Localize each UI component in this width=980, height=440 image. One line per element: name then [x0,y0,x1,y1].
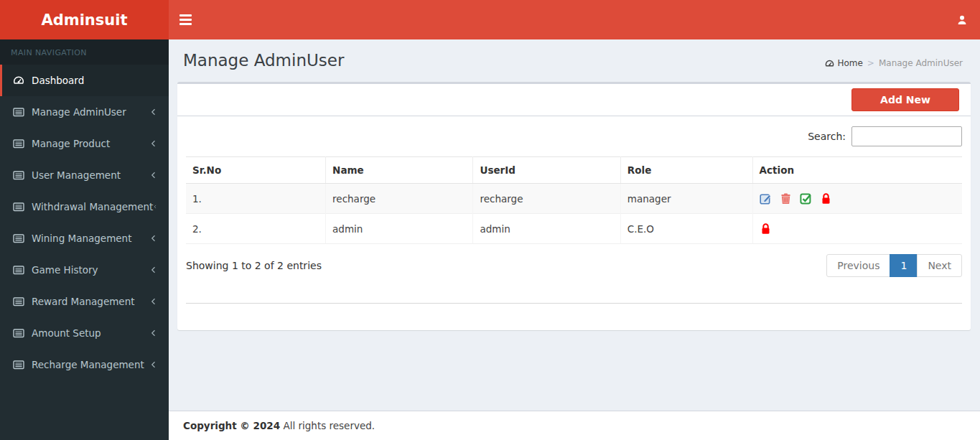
lock-action-button[interactable] [820,192,832,205]
sidebar-item-withdrawal-management[interactable]: Withdrawal Management [0,191,169,223]
sidebar-item-label: Dashboard [32,75,158,86]
main-header: Adminsuit [0,0,980,39]
pagination: Previous 1 Next [827,254,962,277]
pagination-next-button[interactable]: Next [917,254,962,277]
tachometer-icon [13,75,24,86]
cell-userid: admin [473,214,620,244]
cell-userid: recharge [473,184,620,214]
sidebar-item-label: Game History [32,264,149,276]
row-actions [760,223,956,235]
sidebar-item-user-management[interactable]: User Management [0,159,169,191]
table-header-row: Sr.No Name UserId Role Action [186,157,962,184]
edit-action-button[interactable] [760,192,772,205]
dashboard-icon [825,59,834,68]
chevron-left-icon [149,108,158,116]
sidebar-toggle-button[interactable] [169,0,202,39]
column-header-action[interactable]: Action [752,157,962,184]
sidebar-item-recharge-management[interactable]: Recharge Management [0,349,169,380]
breadcrumb: Home > Manage AdminUser [825,58,963,68]
table-footer: Showing 1 to 2 of 2 entries Previous 1 N… [186,254,962,277]
edit-icon [760,192,772,205]
lock-icon [820,192,832,205]
entries-info: Showing 1 to 2 of 2 entries [186,260,322,271]
search-row: Search: [186,126,962,146]
sidebar-item-label: Withdrawal Management [32,201,153,212]
box-header: Add New [177,84,971,116]
list-icon [13,296,24,307]
breadcrumb-home-label: Home [837,58,862,68]
footer-text: All rights reserved. [283,420,375,431]
search-input[interactable] [851,126,962,146]
chevron-left-icon [153,202,158,211]
sidebar-item-label: Amount Setup [32,327,149,339]
lock-action-button[interactable] [760,223,772,235]
chevron-left-icon [149,139,158,148]
sidebar-item-label: Wining Management [32,233,149,244]
manage-adminuser-box: Add New Search: Sr.No Name UserI [177,82,971,330]
approve-action-button[interactable] [800,192,812,205]
check-square-icon [800,192,812,205]
list-icon [13,359,24,370]
cell-role: manager [620,184,752,214]
content-header: Manage AdminUser Home > Manage AdminUser [169,39,980,70]
delete-action-button[interactable] [780,192,792,205]
sidebar-item-label: User Management [32,169,149,181]
chevron-left-icon [149,360,158,369]
sidebar-section-label: MAIN NAVIGATION [0,39,169,65]
user-menu-button[interactable] [944,0,980,39]
chevron-left-icon [149,329,158,337]
sidebar-item-dashboard[interactable]: Dashboard [0,65,169,96]
list-icon [13,138,24,149]
sidebar-item-label: Manage Product [32,138,149,149]
adminuser-table: Sr.No Name UserId Role Action 1. recharg… [186,156,962,244]
footer-copyright: Copyright © 2024 [183,420,280,431]
content-wrapper: Manage AdminUser Home > Manage AdminUser [169,39,980,440]
cell-srno: 2. [186,214,326,244]
breadcrumb-home-link[interactable]: Home [825,58,862,68]
user-icon [956,14,968,26]
pagination-previous-button[interactable]: Previous [826,254,890,277]
sidebar-item-wining-management[interactable]: Wining Management [0,223,169,254]
lock-icon [760,223,772,235]
sidebar-menu: Dashboard Manage AdminUser Manage P [0,65,169,380]
chevron-left-icon [149,171,158,179]
list-icon [13,201,24,212]
list-icon [13,264,24,276]
brand-name: Adminsuit [41,11,127,29]
footer: Copyright © 2024 All rights reserved. [169,411,980,440]
cell-srno: 1. [186,184,326,214]
admin-app: Adminsuit MAIN NAVIGATION [0,0,980,440]
sidebar-item-label: Recharge Management [32,359,149,370]
sidebar-item-manage-product[interactable]: Manage Product [0,128,169,159]
table-row: 2. admin admin C.E.O [186,214,962,244]
list-icon [13,327,24,339]
hamburger-icon [179,14,192,25]
list-icon [13,169,24,181]
cell-name: admin [326,214,473,244]
column-header-userid[interactable]: UserId [473,157,620,184]
top-navbar [169,0,980,39]
search-label: Search: [808,131,846,142]
trash-icon [780,192,792,205]
chevron-left-icon [149,234,158,243]
column-header-role[interactable]: Role [620,157,752,184]
sidebar-item-game-history[interactable]: Game History [0,254,169,286]
chevron-left-icon [149,297,158,306]
sidebar-item-label: Manage AdminUser [32,106,149,118]
sidebar-item-manage-adminuser[interactable]: Manage AdminUser [0,96,169,128]
box-body: Search: Sr.No Name UserId Role Action [177,116,971,330]
sidebar-item-label: Reward Management [32,296,149,307]
breadcrumb-separator: > [867,58,874,68]
row-actions [760,192,956,205]
column-header-name[interactable]: Name [326,157,473,184]
column-header-srno[interactable]: Sr.No [186,157,326,184]
pagination-page-1-button[interactable]: 1 [890,254,918,277]
cell-role: C.E.O [620,214,752,244]
cell-name: recharge [326,184,473,214]
add-new-button[interactable]: Add New [851,88,959,111]
chevron-left-icon [149,266,158,274]
sidebar-item-amount-setup[interactable]: Amount Setup [0,317,169,349]
sidebar: MAIN NAVIGATION Dashboard Manage Ad [0,39,169,440]
sidebar-item-reward-management[interactable]: Reward Management [0,286,169,317]
brand-logo[interactable]: Adminsuit [0,0,169,39]
